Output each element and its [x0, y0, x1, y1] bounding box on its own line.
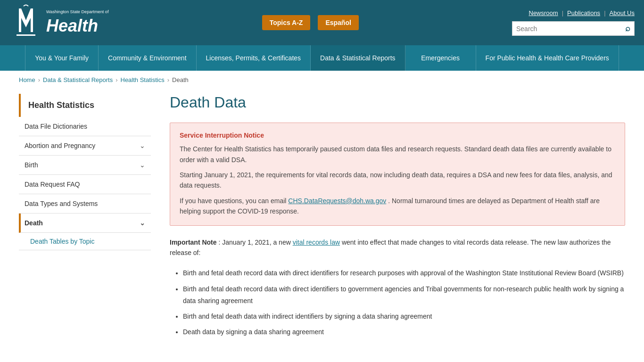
- important-note: Important Note : January 1, 2021, a new …: [170, 237, 625, 258]
- breadcrumb-sep-3: ›: [167, 76, 169, 83]
- breadcrumb-home[interactable]: Home: [19, 76, 35, 83]
- logo-icon: [9, 4, 42, 41]
- sidebar-item-data-types[interactable]: Data Types and Systems: [19, 194, 151, 214]
- search-bar: ⌕: [512, 21, 635, 36]
- header-right: Newsroom | Publications | About Us ⌕: [512, 9, 635, 36]
- page-title: Death Data: [170, 94, 625, 111]
- vital-records-law-link[interactable]: vital records law: [293, 239, 340, 246]
- breadcrumb: Home › Data & Statistical Reports › Heal…: [0, 71, 644, 89]
- search-input[interactable]: [516, 25, 625, 33]
- sidebar-item-birth[interactable]: Birth ⌄: [19, 156, 151, 175]
- espanol-button[interactable]: Español: [318, 15, 358, 30]
- search-icon: ⌕: [625, 24, 630, 33]
- alert-paragraph-3: If you have questions, you can email CHS…: [180, 196, 615, 217]
- alert-box: Service Interruption Notice The Center f…: [170, 123, 625, 225]
- breadcrumb-health-statistics[interactable]: Health Statistics: [121, 76, 165, 83]
- sidebar-item-dictionaries[interactable]: Data File Dictionaries: [19, 117, 151, 136]
- nav-item-emergencies[interactable]: Emergencies: [405, 45, 476, 71]
- alert-title: Service Interruption Notice: [180, 132, 615, 139]
- main-nav: You & Your Family Community & Environmen…: [0, 45, 644, 71]
- publications-link[interactable]: Publications: [567, 9, 600, 16]
- sidebar-subitem-death-tables[interactable]: Death Tables by Topic: [19, 233, 151, 250]
- chevron-down-icon: ⌄: [140, 161, 145, 169]
- breadcrumb-current: Death: [172, 76, 189, 83]
- header: Washington State Department of Health To…: [0, 0, 644, 45]
- logo-text: Washington State Department of Health: [46, 8, 109, 37]
- sidebar-item-death[interactable]: Death ⌄: [19, 214, 151, 233]
- alert-email-link[interactable]: CHS.DataRequests@doh.wa.gov: [288, 197, 386, 205]
- sidebar-item-data-request-faq[interactable]: Data Request FAQ: [19, 175, 151, 194]
- breadcrumb-sep-1: ›: [38, 76, 40, 83]
- bullet-list: Birth and fetal death record data with d…: [170, 267, 625, 338]
- list-item: Death data by signing a data sharing agr…: [183, 326, 625, 338]
- search-button[interactable]: ⌕: [625, 24, 630, 33]
- sidebar-title: Health Statistics: [19, 94, 151, 117]
- page-content: Death Data Service Interruption Notice T…: [170, 89, 625, 356]
- nav-item-community[interactable]: Community & Environment: [99, 45, 197, 71]
- breadcrumb-sep-2: ›: [116, 76, 117, 83]
- sidebar: Health Statistics Data File Dictionaries…: [19, 89, 151, 356]
- list-item: Birth and fetal death record data with d…: [183, 267, 625, 279]
- sidebar-item-abortion[interactable]: Abortion and Pregnancy ⌄: [19, 136, 151, 156]
- main-container: Health Statistics Data File Dictionaries…: [0, 89, 644, 356]
- top-links: Newsroom | Publications | About Us: [529, 9, 635, 16]
- newsroom-link[interactable]: Newsroom: [529, 9, 558, 16]
- alert-paragraph-1: The Center for Health Statistics has tem…: [180, 144, 615, 165]
- alert-paragraph-2: Starting January 1, 2021, the requiremen…: [180, 170, 615, 191]
- nav-item-family[interactable]: You & Your Family: [25, 45, 99, 71]
- logo: Washington State Department of Health: [9, 4, 109, 41]
- about-us-link[interactable]: About Us: [610, 9, 635, 16]
- nav-item-licenses[interactable]: Licenses, Permits, & Certificates: [197, 45, 311, 71]
- list-item: Birth and fetal death data with indirect…: [183, 311, 625, 322]
- nav-item-public-health[interactable]: For Public Health & Health Care Provider…: [476, 45, 619, 71]
- breadcrumb-data-reports[interactable]: Data & Statistical Reports: [43, 76, 113, 83]
- list-item: Birth and fetal death record data with d…: [183, 283, 625, 307]
- chevron-down-icon: ⌄: [140, 219, 145, 227]
- topics-az-button[interactable]: Topics A-Z: [262, 15, 311, 30]
- nav-item-data[interactable]: Data & Statistical Reports: [311, 45, 405, 71]
- chevron-down-icon: ⌄: [140, 142, 145, 149]
